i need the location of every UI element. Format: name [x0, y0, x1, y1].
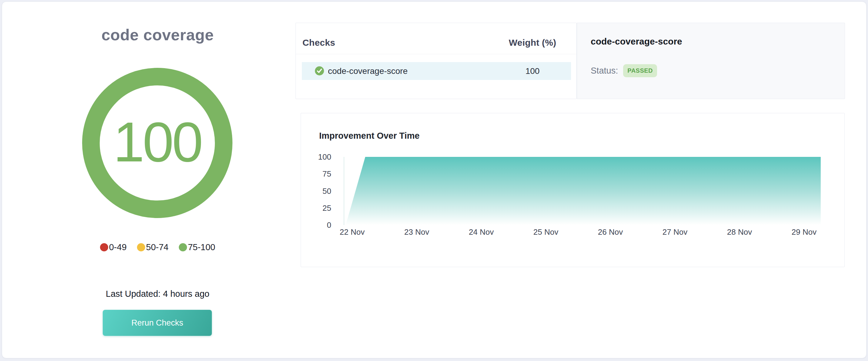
y-axis-tick-label: 75 — [301, 170, 331, 178]
page-title: code coverage — [55, 24, 261, 45]
check-detail-card: code-coverage-score Status: PASSED — [577, 23, 845, 99]
y-axis-tick-label: 25 — [301, 204, 331, 212]
legend-item: 50-74 — [137, 242, 168, 252]
legend-item: 75-100 — [179, 242, 215, 252]
x-axis-tick-label: 22 Nov — [331, 228, 373, 236]
area-chart-svg — [344, 157, 821, 225]
x-axis-tick-label: 26 Nov — [589, 228, 631, 236]
score-legend: 0-4950-7475-100 — [55, 242, 261, 253]
passed-check-icon — [315, 66, 324, 75]
score-gauge: 100 — [82, 68, 232, 218]
check-name: code-coverage-score — [328, 62, 408, 80]
status-line: Status: PASSED — [591, 64, 657, 77]
legend-dot-icon — [100, 243, 108, 251]
table-row[interactable]: code-coverage-score100 — [302, 62, 571, 80]
y-axis-tick-label: 50 — [301, 187, 331, 195]
improvement-chart-card: Improvement Over Time 1007550250 22 Nov2… — [301, 113, 845, 267]
status-label: Status: — [591, 66, 618, 76]
status-badge: PASSED — [623, 64, 657, 77]
legend-label: 50-74 — [146, 242, 168, 252]
y-axis-tick-label: 100 — [301, 153, 331, 161]
x-axis-tick-label: 28 Nov — [718, 228, 761, 236]
legend-dot-icon — [137, 243, 145, 251]
detail-title: code-coverage-score — [591, 36, 682, 46]
gauge-value: 100 — [82, 68, 232, 218]
area-fill — [346, 157, 821, 225]
rerun-checks-button[interactable]: Rerun Checks — [103, 310, 212, 336]
legend-dot-icon — [179, 243, 187, 251]
legend-label: 0-49 — [109, 242, 127, 252]
checks-table-card: Checks Weight (%) code-coverage-score100 — [296, 23, 577, 99]
check-weight: 100 — [502, 62, 563, 80]
y-axis-tick-label: 0 — [301, 221, 331, 229]
x-axis-tick-label: 29 Nov — [783, 228, 825, 236]
chart-title: Improvement Over Time — [319, 131, 420, 141]
last-updated-text: Last Updated: 4 hours ago — [55, 288, 261, 299]
weight-column-header: Weight (%) — [502, 38, 563, 48]
checks-table-header-row: Checks Weight (%) — [296, 23, 577, 54]
x-axis-tick-label: 25 Nov — [525, 228, 567, 236]
page-background: code coverage 100 0-4950-7475-100 Last U… — [0, 0, 868, 361]
x-axis-tick-label: 23 Nov — [396, 228, 438, 236]
checks-column-header: Checks — [303, 38, 335, 48]
legend-label: 75-100 — [188, 242, 215, 252]
x-axis-tick-label: 24 Nov — [460, 228, 502, 236]
legend-item: 0-49 — [100, 242, 127, 252]
x-axis-tick-label: 27 Nov — [654, 228, 696, 236]
